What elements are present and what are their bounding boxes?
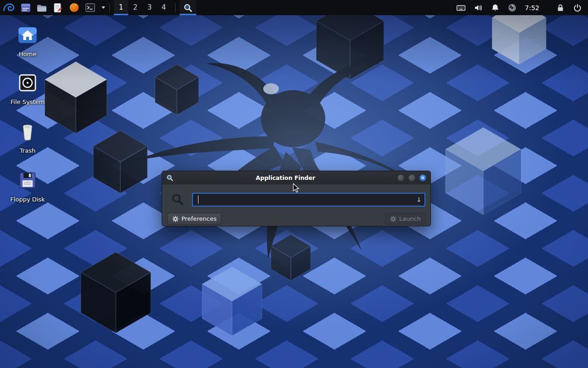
desktop-icon-trash[interactable]: Trash (8, 121, 47, 154)
logout-button[interactable] (572, 2, 582, 13)
text-editor-icon (52, 2, 63, 13)
workspace-button[interactable]: 2 (128, 0, 142, 15)
app-finder-task-icon (183, 3, 193, 13)
trash-icon (17, 121, 38, 142)
workspace-button[interactable]: 1 (114, 0, 128, 15)
desktop-icon-floppy-disk[interactable]: Floppy Disk (8, 170, 47, 203)
terminal-icon (85, 2, 96, 13)
keyboard-layout-button[interactable] (456, 2, 466, 13)
gear-icon (172, 216, 179, 222)
desktop-icon-label: Home (8, 51, 47, 58)
panel-tray: 7:52 (456, 2, 582, 13)
text-caret (198, 196, 198, 204)
firefox-icon (69, 2, 79, 13)
top-panel: 1 2 3 4 (0, 0, 588, 15)
preferences-label: Preferences (181, 215, 216, 222)
file-system-drive-icon (17, 73, 38, 93)
workspace-button[interactable]: 3 (142, 0, 157, 15)
notifications-icon (491, 3, 500, 12)
updates-icon (508, 3, 517, 12)
lock-screen-button[interactable] (555, 2, 565, 13)
quick-launchers (20, 2, 105, 13)
notifications-button[interactable] (490, 2, 500, 13)
desktop-icon-file-system[interactable]: File System (8, 73, 47, 105)
firefox-launcher[interactable] (68, 2, 79, 13)
search-input-wrap: ↓ (192, 193, 425, 207)
text-editor-launcher[interactable] (52, 2, 63, 13)
clock[interactable]: 7:52 (525, 4, 539, 12)
volume-icon (474, 3, 483, 12)
file-manager-launcher[interactable] (36, 2, 47, 13)
titlebar-buttons: × (397, 174, 426, 181)
chevron-down-icon[interactable] (102, 6, 105, 9)
launch-icon (390, 216, 396, 222)
kali-menu-icon (3, 2, 15, 14)
panel-separator (109, 3, 110, 12)
desktop-icon-label: Floppy Disk (8, 196, 47, 203)
launch-button[interactable]: Launch (385, 213, 426, 224)
terminal-launcher[interactable] (85, 2, 96, 13)
launch-label: Launch (399, 215, 421, 222)
entry-drop-icon[interactable]: ↓ (416, 196, 422, 203)
power-icon (573, 3, 582, 12)
files-app-icon (20, 2, 31, 13)
keyboard-icon (456, 3, 466, 12)
button-row: Preferences Launch (162, 207, 430, 224)
desktop-icon-home[interactable]: Home (8, 25, 47, 58)
application-finder-window: Application Finder × ↓ (162, 171, 431, 226)
maximize-button[interactable] (408, 174, 415, 181)
lock-icon (556, 3, 565, 12)
minimize-button[interactable] (397, 174, 404, 181)
files-app-launcher[interactable] (20, 2, 31, 13)
window-title: Application Finder (174, 174, 397, 181)
search-icon (171, 193, 184, 206)
kali-menu-button[interactable] (0, 0, 17, 15)
updates-button[interactable] (507, 2, 517, 13)
desktop-icon-label: File System (8, 98, 47, 105)
desktop-icon-label: Trash (8, 147, 47, 154)
workspace-button[interactable]: 4 (157, 0, 171, 15)
home-folder-icon (17, 25, 38, 45)
workspace-switcher: 1 2 3 4 (114, 0, 171, 15)
close-button[interactable]: × (419, 174, 426, 181)
preferences-button[interactable]: Preferences (167, 213, 221, 224)
search-row: ↓ (162, 184, 430, 207)
taskbar-item-application-finder[interactable] (180, 0, 196, 15)
search-input[interactable] (192, 193, 425, 207)
volume-button[interactable] (473, 2, 483, 13)
floppy-disk-icon (17, 170, 38, 190)
window-menu-icon[interactable] (166, 174, 174, 182)
file-manager-icon (36, 2, 47, 13)
panel-separator (175, 3, 175, 12)
desktop: 1 2 3 4 (0, 0, 588, 368)
titlebar[interactable]: Application Finder × (162, 171, 430, 184)
